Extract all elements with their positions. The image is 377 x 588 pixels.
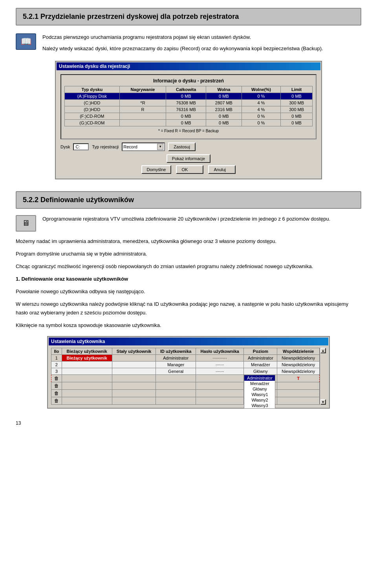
disk-table-row[interactable]: (F:)CD-ROM0 MB0 MB0 %0 MB bbox=[65, 113, 313, 119]
section2-intro-block: 🖥 Oprogramowanie rejestratora VTV umożli… bbox=[16, 215, 361, 232]
scroll-up-btn[interactable]: ▲ bbox=[320, 348, 326, 353]
section2-para3: Chcąc ograniczyć możliwość ingerencji os… bbox=[16, 262, 361, 271]
disk-table-row[interactable]: (G:)CD-ROM0 MB0 MB0 %0 MB bbox=[65, 119, 313, 126]
section2-para6: Kliknięcie na symbol kosza spowoduje ska… bbox=[16, 321, 361, 330]
col-calkowita: Całkowita bbox=[166, 86, 206, 93]
disk-controls-row: Dysk C: Typ rejestracji Record ▼ Zastosu… bbox=[60, 142, 317, 151]
panel-title: Informacje o dysku - przestrzeń bbox=[64, 78, 313, 84]
users-table-row[interactable]: 1Bieżący użytkownikAdministrator········… bbox=[51, 355, 320, 362]
col-wolne-pct: Wolne(%) bbox=[242, 86, 281, 93]
dropdown-item[interactable]: Własny1 bbox=[244, 392, 275, 397]
section2-title: 5.2.2 Definiowanie użytkowników bbox=[16, 191, 361, 209]
section2-para2: Program domyślnie uruchamia się w trybie… bbox=[16, 250, 361, 258]
users-table-row[interactable]: 🗑 bbox=[51, 382, 320, 390]
dropdown-item[interactable]: Własny2 bbox=[244, 397, 275, 403]
cancel-button[interactable]: Anuluj bbox=[208, 165, 236, 174]
dropdown-item[interactable]: Główny bbox=[244, 386, 275, 392]
scrollbar-right: ▲ ▼ bbox=[320, 348, 326, 405]
col-typ-dysku: Typ dysku bbox=[65, 86, 120, 93]
col-biezacy: Bieżący użytkownik bbox=[62, 348, 112, 355]
users-table-scroll: Ilo Bieżący użytkownik Stały użytkownik … bbox=[51, 348, 320, 405]
disk-table-row[interactable]: (C:)HDD*R76308 MB2807 MB4 %300 MB bbox=[65, 99, 313, 106]
type-dropdown-arrow[interactable]: ▼ bbox=[157, 144, 163, 150]
section1-title: 5.2.1 Przydzielanie przestrzeni dyskowej… bbox=[16, 8, 361, 26]
col-limit: Limit bbox=[281, 86, 313, 93]
disk-info-panel: Informacje o dysku - przestrzeń Typ dysk… bbox=[60, 74, 317, 139]
dropdown-item[interactable]: Administrator bbox=[244, 375, 275, 381]
page-number: 13 bbox=[16, 420, 361, 426]
section2-para5: W wierszu nowego użytkownika należy podw… bbox=[16, 300, 361, 317]
section2-para1: Możemy nadać im uprawnienia administrato… bbox=[16, 237, 361, 246]
type-value: Record bbox=[123, 144, 157, 149]
users-table-row[interactable]: 2Manager·······MenadżerNiewspółdzielony bbox=[51, 362, 320, 368]
col-haslo: Hasło użytkownika bbox=[196, 348, 244, 355]
section2-intro-text: Oprogramowanie rejestratora VTV umożliwi… bbox=[42, 215, 330, 223]
col-wolna: Wolna bbox=[206, 86, 242, 93]
dialog-titlebar: Ustawienia dysku dla rejestracji bbox=[57, 62, 320, 70]
users-table: Ilo Bieżący użytkownik Stały użytkownik … bbox=[51, 348, 320, 405]
users-table-row[interactable]: 🗑 bbox=[51, 390, 320, 397]
level-dropdown-popup[interactable]: AdministratorMenadżerGłównyWłasny1Własny… bbox=[244, 375, 275, 409]
book-icon: 📖 bbox=[16, 33, 36, 50]
col-nagrywanie: Nagrywanie bbox=[119, 86, 166, 93]
trash-icon[interactable]: 🗑 bbox=[54, 398, 59, 404]
type-label: Typ rejestracji bbox=[92, 144, 119, 149]
disk-legend: * = Fixed R = Record BP = Backup bbox=[64, 129, 313, 133]
disk-input[interactable]: C: bbox=[73, 143, 89, 150]
disk-settings-dialog: Ustawienia dysku dla rejestracji Informa… bbox=[55, 61, 322, 179]
disk-label: Dysk bbox=[60, 144, 70, 149]
scroll-down-btn[interactable]: ▼ bbox=[320, 399, 326, 405]
users-table-row[interactable]: 🗑 bbox=[51, 397, 320, 405]
dropdown-item[interactable]: Menadżer bbox=[244, 381, 275, 386]
show-info-row: Pokaż informacje bbox=[60, 154, 317, 163]
col-ilo: Ilo bbox=[51, 348, 62, 355]
users-dialog-titlebar: Ustawienia użytkownika bbox=[49, 338, 328, 345]
users-dialog: Ustawienia użytkownika Ilo Bieżący użytk… bbox=[47, 336, 330, 409]
users-table-row[interactable]: 🗑AdministratorMenadżerGłównyWłasny1Własn… bbox=[51, 375, 320, 382]
dialog-buttons-row: Domyślne OK Anuluj bbox=[60, 165, 317, 174]
trash-icon[interactable]: 🗑 bbox=[54, 391, 59, 396]
apply-button[interactable]: Zastosuj bbox=[168, 142, 196, 151]
show-info-button[interactable]: Pokaż informacje bbox=[167, 154, 210, 163]
section2-numbered-title: 1. Definiowanie oraz kasowanie użytkowni… bbox=[16, 275, 361, 283]
defaults-button[interactable]: Domyślne bbox=[141, 165, 172, 174]
disk-table-row[interactable]: (A:)Floppy Disk0 MB0 MB0 %0 MB bbox=[65, 93, 313, 99]
disk-table-row[interactable]: (D:)HDDR76316 MB2316 MB4 %300 MB bbox=[65, 106, 313, 113]
trash-icon[interactable]: 🗑 bbox=[54, 383, 59, 389]
computer-icon: 🖥 bbox=[16, 215, 36, 232]
col-wspoldzielenie: Współdzielenie bbox=[277, 348, 320, 355]
intro-text-1: Podczas pierwszego uruchamiania programu… bbox=[42, 33, 323, 42]
dropdown-item[interactable]: Własny3 bbox=[244, 403, 275, 408]
users-table-container: Ilo Bieżący użytkownik Stały użytkownik … bbox=[51, 348, 326, 405]
users-table-row[interactable]: 3General·······GłównyNiewspółdzielony bbox=[51, 368, 320, 375]
section2-para4: Powołanie nowego użytkownika odbywa się … bbox=[16, 287, 361, 296]
ok-button[interactable]: OK bbox=[176, 165, 203, 174]
col-id: ID użytkownika bbox=[156, 348, 196, 355]
col-staly: Stały użytkownik bbox=[112, 348, 156, 355]
intro-text-2: Należy wtedy wskazać dyski, które przezn… bbox=[42, 45, 323, 53]
disk-table: Typ dysku Nagrywanie Całkowita Wolna Wol… bbox=[64, 86, 313, 126]
col-poziom: Poziom bbox=[244, 348, 277, 355]
